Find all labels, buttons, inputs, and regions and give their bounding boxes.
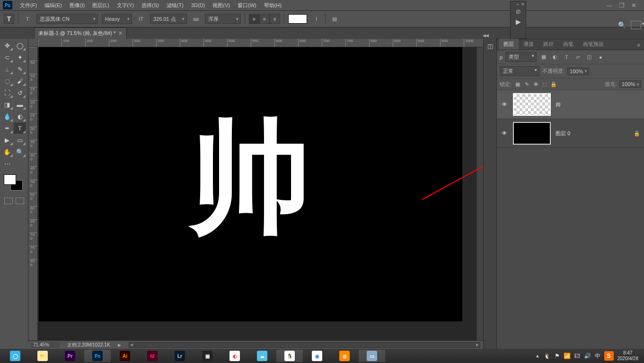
filter-smart-icon[interactable]: ◫ <box>585 53 593 61</box>
eyedropper-tool[interactable]: ✎ <box>14 63 26 75</box>
menu-file[interactable]: 文件(F) <box>16 1 41 10</box>
magic-wand-tool[interactable]: ✦ <box>14 52 26 63</box>
text-orientation-icon[interactable]: T <box>22 14 33 24</box>
menu-help[interactable]: 帮助(H) <box>260 1 285 10</box>
menu-edit[interactable]: 编辑(E) <box>41 1 66 10</box>
menu-filter[interactable]: 滤镜(T) <box>163 1 187 10</box>
tab-layers[interactable]: 图层 <box>499 39 519 50</box>
tray-wifi-icon[interactable]: 📶 <box>564 353 571 359</box>
doc-info-arrow-icon[interactable]: ▶ <box>118 343 121 347</box>
dodge-tool[interactable]: ◐ <box>14 111 26 122</box>
taskbar-app[interactable]: ☁ <box>249 350 275 362</box>
visibility-toggle-icon[interactable]: 👁 <box>501 101 508 108</box>
tray-sogou-icon[interactable]: S <box>604 351 614 361</box>
screen-mode-button[interactable] <box>631 21 641 29</box>
panel-menu-icon[interactable]: ≡ <box>634 40 644 50</box>
close-button[interactable]: ✕ <box>631 2 636 9</box>
hand-tool[interactable]: ✋ <box>1 146 13 157</box>
font-style-dropdown[interactable]: Heavy <box>102 14 132 24</box>
move-tool[interactable]: ✥ <box>1 40 13 51</box>
lock-image-icon[interactable]: ✎ <box>523 81 530 87</box>
taskbar-app[interactable]: ◐ <box>221 350 248 362</box>
layer-item-background[interactable]: 👁 图层 0 🔒 <box>497 119 644 148</box>
tray-flag-icon[interactable]: ⚑ <box>555 353 560 359</box>
vertical-ruler[interactable]: 5010015020025030035040045050055060065070… <box>29 47 38 349</box>
eraser-tool[interactable]: ◨ <box>1 99 13 110</box>
tab-brushes[interactable]: 画笔 <box>558 39 578 50</box>
horizontal-scrollbar[interactable] <box>129 342 480 348</box>
lock-all-icon[interactable]: 🔒 <box>550 81 557 87</box>
filter-type-icon[interactable]: T <box>562 53 571 61</box>
layer-name-label[interactable]: 图层 0 <box>556 130 629 137</box>
layer-thumbnail[interactable] <box>513 122 551 145</box>
warp-text-icon[interactable]: ⌇ <box>311 14 321 24</box>
taskbar-app[interactable]: ◎ <box>331 350 358 362</box>
tray-ime-icon[interactable]: 中 <box>595 352 600 360</box>
taskbar-app[interactable]: Lr <box>167 350 193 362</box>
menu-view[interactable]: 视图(V) <box>209 1 234 10</box>
vertical-scrollbar[interactable] <box>476 47 483 349</box>
foreground-color-swatch[interactable] <box>4 174 16 185</box>
canvas-text-layer[interactable]: 帅 <box>189 96 312 261</box>
minimize-button[interactable]: — <box>606 2 612 9</box>
maximize-button[interactable]: ❐ <box>619 2 625 9</box>
edit-toolbar[interactable]: ⋯ <box>1 158 13 169</box>
marquee-tool[interactable]: ◯ <box>14 40 26 51</box>
text-color-swatch[interactable] <box>288 14 307 24</box>
zoom-tool[interactable]: 🔍 <box>14 146 26 157</box>
layer-filter-type-dropdown[interactable]: 类型 <box>505 52 537 62</box>
character-panel-icon[interactable]: ▤ <box>329 14 340 24</box>
type-tool[interactable]: T <box>14 122 26 134</box>
taskbar-app[interactable]: ◉ <box>304 350 330 362</box>
zoom-level-input[interactable]: 71.45% <box>31 342 60 348</box>
filter-shape-icon[interactable]: ▱ <box>573 53 582 61</box>
blur-tool[interactable]: 💧 <box>1 111 13 122</box>
visibility-toggle-icon[interactable]: 👁 <box>501 130 508 137</box>
panel-close-icon[interactable]: ✕ <box>521 2 525 7</box>
document-tab[interactable]: 未标题-1 @ 71.5% (帅, 灰色/8#) * ✕ <box>34 27 127 39</box>
menu-select[interactable]: 选择(S) <box>138 1 163 10</box>
crop-tool[interactable]: ⟂ <box>1 63 13 75</box>
brush-tool[interactable]: 🖌 <box>14 75 26 86</box>
pen-tool[interactable]: ✒ <box>1 122 13 134</box>
taskbar-app[interactable]: 📁 <box>29 350 56 362</box>
tab-brush-presets[interactable]: 画笔预设 <box>578 39 609 50</box>
patch-tool[interactable]: ◌ <box>1 75 13 86</box>
tray-battery-icon[interactable]: 🗠 <box>574 353 580 359</box>
filter-adjust-icon[interactable]: ◐ <box>551 53 559 61</box>
tab-channels[interactable]: 通道 <box>519 39 538 50</box>
lock-position-icon[interactable]: ✥ <box>532 81 539 87</box>
align-left-button[interactable]: ≡ <box>249 14 259 24</box>
tray-clock[interactable]: 8:47 2020/4/28 <box>618 350 639 362</box>
quickmask-icon[interactable] <box>4 198 13 204</box>
layer-thumbnail[interactable]: 帅 <box>513 93 551 116</box>
fill-input[interactable]: 100% <box>619 80 641 88</box>
menu-type[interactable]: 文字(Y) <box>113 1 138 10</box>
antialias-dropdown[interactable]: 浑厚 <box>205 14 241 24</box>
taskbar-app[interactable]: Id <box>139 350 166 362</box>
actions-panel-icon[interactable]: ▶ <box>513 17 523 26</box>
filter-toggle-icon[interactable]: ● <box>596 53 605 61</box>
taskbar-app[interactable]: ▭ <box>359 350 385 362</box>
menu-image[interactable]: 图像(I) <box>66 1 88 10</box>
tab-paths[interactable]: 路径 <box>538 39 558 50</box>
gradient-tool[interactable]: ▬ <box>14 99 26 110</box>
opacity-input[interactable]: 100% <box>567 68 589 75</box>
layer-item-text[interactable]: 👁 帅 帅 <box>497 90 644 119</box>
horizontal-ruler[interactable]: 1502002503003504004505005506006507007508… <box>38 39 483 47</box>
stamp-tool[interactable]: ⛶ <box>1 87 13 98</box>
document-canvas[interactable]: 帅 <box>39 47 462 321</box>
history-brush-tool[interactable]: ↺ <box>14 87 26 98</box>
lasso-tool[interactable]: ⊂ <box>1 52 13 63</box>
document-info[interactable]: 文档:2.20M/1022.1K <box>67 342 110 348</box>
menu-window[interactable]: 窗口(W) <box>234 1 260 10</box>
history-panel-icon[interactable]: ⎚ <box>513 7 523 16</box>
document-tab-close-icon[interactable]: ✕ <box>118 30 123 36</box>
taskbar-app[interactable]: ▦ <box>194 350 221 362</box>
properties-dock-icon[interactable]: ◫ <box>485 42 495 50</box>
taskbar-app[interactable]: Ai <box>112 350 138 362</box>
taskbar-app[interactable]: Pr <box>57 350 83 362</box>
menu-3d[interactable]: 3D(D) <box>187 1 209 9</box>
font-size-dropdown[interactable]: 326.01 点 <box>150 14 187 24</box>
expand-arrow-icon[interactable]: ◀◀ <box>483 33 488 38</box>
